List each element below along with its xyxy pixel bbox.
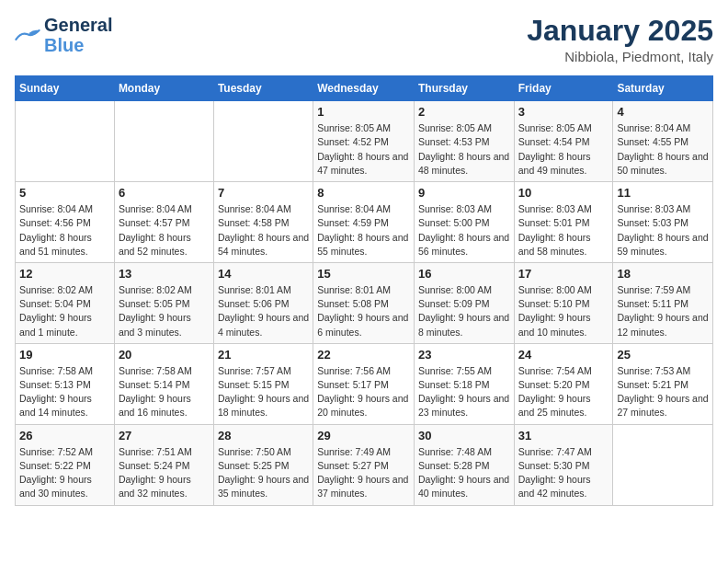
day-number: 21 <box>218 348 309 362</box>
calendar-cell: 28Sunrise: 7:50 AM Sunset: 5:25 PM Dayli… <box>213 424 313 505</box>
calendar-cell: 10Sunrise: 8:03 AM Sunset: 5:01 PM Dayli… <box>514 182 613 263</box>
logo-general: General <box>44 15 112 35</box>
day-info: Sunrise: 8:05 AM Sunset: 4:53 PM Dayligh… <box>418 121 510 178</box>
day-info: Sunrise: 8:04 AM Sunset: 4:56 PM Dayligh… <box>19 202 110 259</box>
calendar-cell: 27Sunrise: 7:51 AM Sunset: 5:24 PM Dayli… <box>114 424 213 505</box>
day-info: Sunrise: 7:54 AM Sunset: 5:20 PM Dayligh… <box>518 364 609 420</box>
day-info: Sunrise: 7:58 AM Sunset: 5:13 PM Dayligh… <box>19 364 110 420</box>
calendar-cell: 11Sunrise: 8:03 AM Sunset: 5:03 PM Dayli… <box>613 182 713 263</box>
header-sunday: Sunday <box>16 76 115 101</box>
day-info: Sunrise: 8:03 AM Sunset: 5:01 PM Dayligh… <box>518 202 609 259</box>
calendar-cell: 26Sunrise: 7:52 AM Sunset: 5:22 PM Dayli… <box>16 424 115 505</box>
calendar-cell: 3Sunrise: 8:05 AM Sunset: 4:54 PM Daylig… <box>514 101 613 182</box>
header-friday: Friday <box>514 76 613 101</box>
calendar-cell: 2Sunrise: 8:05 AM Sunset: 4:53 PM Daylig… <box>414 101 514 182</box>
calendar-cell: 6Sunrise: 8:04 AM Sunset: 4:57 PM Daylig… <box>114 182 213 263</box>
calendar-cell: 30Sunrise: 7:48 AM Sunset: 5:28 PM Dayli… <box>414 424 514 505</box>
calendar-cell: 12Sunrise: 8:02 AM Sunset: 5:04 PM Dayli… <box>16 262 115 343</box>
day-number: 1 <box>317 105 410 119</box>
calendar-cell: 1Sunrise: 8:05 AM Sunset: 4:52 PM Daylig… <box>313 101 415 182</box>
day-number: 7 <box>218 186 309 200</box>
day-number: 24 <box>518 348 609 362</box>
day-number: 10 <box>518 186 609 200</box>
header-thursday: Thursday <box>414 76 514 101</box>
day-number: 11 <box>617 186 709 200</box>
day-info: Sunrise: 8:05 AM Sunset: 4:54 PM Dayligh… <box>518 121 609 178</box>
day-number: 12 <box>19 267 110 281</box>
day-number: 3 <box>518 105 609 119</box>
calendar-cell: 21Sunrise: 7:57 AM Sunset: 5:15 PM Dayli… <box>213 343 313 424</box>
calendar-cell: 9Sunrise: 8:03 AM Sunset: 5:00 PM Daylig… <box>414 182 514 263</box>
header-monday: Monday <box>114 76 213 101</box>
calendar-cell: 29Sunrise: 7:49 AM Sunset: 5:27 PM Dayli… <box>313 424 415 505</box>
day-info: Sunrise: 7:52 AM Sunset: 5:22 PM Dayligh… <box>19 445 110 501</box>
header-tuesday: Tuesday <box>213 76 313 101</box>
day-number: 9 <box>418 186 510 200</box>
calendar-cell: 19Sunrise: 7:58 AM Sunset: 5:13 PM Dayli… <box>16 343 115 424</box>
day-number: 20 <box>119 348 210 362</box>
month-title: January 2025 <box>527 15 713 47</box>
day-info: Sunrise: 7:59 AM Sunset: 5:11 PM Dayligh… <box>617 283 709 339</box>
header-saturday: Saturday <box>613 76 713 101</box>
day-info: Sunrise: 7:55 AM Sunset: 5:18 PM Dayligh… <box>418 364 510 420</box>
day-number: 30 <box>418 429 510 442</box>
calendar-cell <box>16 101 115 182</box>
week-row-3: 12Sunrise: 8:02 AM Sunset: 5:04 PM Dayli… <box>16 262 713 343</box>
calendar-cell: 25Sunrise: 7:53 AM Sunset: 5:21 PM Dayli… <box>613 343 713 424</box>
calendar-cell: 24Sunrise: 7:54 AM Sunset: 5:20 PM Dayli… <box>514 343 613 424</box>
calendar-cell: 8Sunrise: 8:04 AM Sunset: 4:59 PM Daylig… <box>313 182 415 263</box>
calendar-table: SundayMondayTuesdayWednesdayThursdayFrid… <box>15 75 713 505</box>
day-number: 13 <box>119 267 210 281</box>
day-info: Sunrise: 8:03 AM Sunset: 5:00 PM Dayligh… <box>418 202 510 259</box>
week-row-5: 26Sunrise: 7:52 AM Sunset: 5:22 PM Dayli… <box>16 424 713 505</box>
day-info: Sunrise: 8:01 AM Sunset: 5:06 PM Dayligh… <box>218 283 309 339</box>
day-info: Sunrise: 7:51 AM Sunset: 5:24 PM Dayligh… <box>119 445 210 501</box>
logo: General Blue <box>15 15 112 55</box>
calendar-cell: 16Sunrise: 8:00 AM Sunset: 5:09 PM Dayli… <box>414 262 514 343</box>
day-info: Sunrise: 8:04 AM Sunset: 4:58 PM Dayligh… <box>218 202 309 259</box>
day-number: 18 <box>617 267 709 281</box>
day-number: 6 <box>119 186 210 200</box>
day-info: Sunrise: 8:05 AM Sunset: 4:52 PM Dayligh… <box>317 121 410 178</box>
day-number: 15 <box>317 267 410 281</box>
day-number: 4 <box>617 105 709 119</box>
day-info: Sunrise: 7:57 AM Sunset: 5:15 PM Dayligh… <box>218 364 309 420</box>
day-number: 16 <box>418 267 510 281</box>
day-number: 25 <box>617 348 709 362</box>
calendar-cell: 22Sunrise: 7:56 AM Sunset: 5:17 PM Dayli… <box>313 343 415 424</box>
day-number: 17 <box>518 267 609 281</box>
day-number: 29 <box>317 429 410 442</box>
calendar-header: SundayMondayTuesdayWednesdayThursdayFrid… <box>16 76 713 101</box>
week-row-2: 5Sunrise: 8:04 AM Sunset: 4:56 PM Daylig… <box>16 182 713 263</box>
calendar-cell: 13Sunrise: 8:02 AM Sunset: 5:05 PM Dayli… <box>114 262 213 343</box>
week-row-1: 1Sunrise: 8:05 AM Sunset: 4:52 PM Daylig… <box>16 101 713 182</box>
logo-blue: Blue <box>44 35 112 55</box>
day-info: Sunrise: 8:03 AM Sunset: 5:03 PM Dayligh… <box>617 202 709 259</box>
week-row-4: 19Sunrise: 7:58 AM Sunset: 5:13 PM Dayli… <box>16 343 713 424</box>
day-number: 23 <box>418 348 510 362</box>
location-subtitle: Nibbiola, Piedmont, Italy <box>527 49 713 64</box>
calendar-cell <box>213 101 313 182</box>
header-row: SundayMondayTuesdayWednesdayThursdayFrid… <box>16 76 713 101</box>
calendar-body: 1Sunrise: 8:05 AM Sunset: 4:52 PM Daylig… <box>16 101 713 505</box>
calendar-cell: 18Sunrise: 7:59 AM Sunset: 5:11 PM Dayli… <box>613 262 713 343</box>
day-info: Sunrise: 8:04 AM Sunset: 4:57 PM Dayligh… <box>119 202 210 259</box>
calendar-cell: 20Sunrise: 7:58 AM Sunset: 5:14 PM Dayli… <box>114 343 213 424</box>
logo-icon <box>15 28 40 42</box>
calendar-cell <box>114 101 213 182</box>
day-info: Sunrise: 8:04 AM Sunset: 4:59 PM Dayligh… <box>317 202 410 259</box>
day-number: 14 <box>218 267 309 281</box>
calendar-cell: 15Sunrise: 8:01 AM Sunset: 5:08 PM Dayli… <box>313 262 415 343</box>
day-info: Sunrise: 7:48 AM Sunset: 5:28 PM Dayligh… <box>418 445 510 501</box>
day-info: Sunrise: 7:53 AM Sunset: 5:21 PM Dayligh… <box>617 364 709 420</box>
calendar-cell: 17Sunrise: 8:00 AM Sunset: 5:10 PM Dayli… <box>514 262 613 343</box>
day-info: Sunrise: 8:00 AM Sunset: 5:09 PM Dayligh… <box>418 283 510 339</box>
header-wednesday: Wednesday <box>313 76 415 101</box>
day-info: Sunrise: 7:56 AM Sunset: 5:17 PM Dayligh… <box>317 364 410 420</box>
calendar-cell: 5Sunrise: 8:04 AM Sunset: 4:56 PM Daylig… <box>16 182 115 263</box>
day-number: 2 <box>418 105 510 119</box>
day-info: Sunrise: 7:49 AM Sunset: 5:27 PM Dayligh… <box>317 445 410 501</box>
calendar-cell: 31Sunrise: 7:47 AM Sunset: 5:30 PM Dayli… <box>514 424 613 505</box>
day-info: Sunrise: 8:04 AM Sunset: 4:55 PM Dayligh… <box>617 121 709 178</box>
calendar-cell <box>613 424 713 505</box>
